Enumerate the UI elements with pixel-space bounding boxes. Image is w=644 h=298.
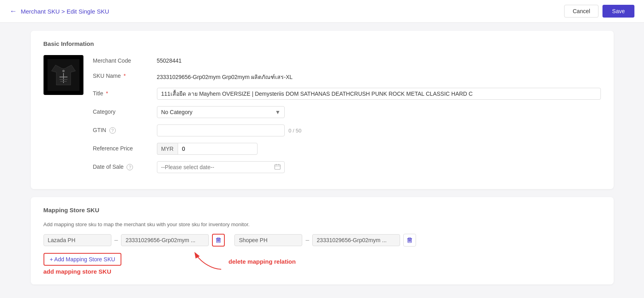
svg-rect-15 <box>408 239 409 242</box>
gtin-input-row: 0 / 50 <box>157 124 302 136</box>
header-actions: Cancel Save <box>564 5 634 18</box>
basic-info-layout: Merchant Code 55028441 SKU Name * 233310… <box>44 55 601 180</box>
merchant-code-value: 55028441 <box>157 55 601 64</box>
add-mapping-button[interactable]: + Add Mapping Store SKU <box>44 253 122 266</box>
form-fields: Merchant Code 55028441 SKU Name * 233310… <box>93 55 601 180</box>
svg-rect-10 <box>217 239 218 242</box>
mapping-store-1[interactable] <box>44 234 111 246</box>
merchant-code-row: Merchant Code 55028441 <box>93 55 601 64</box>
date-of-sale-row: Date of Sale ? <box>93 161 601 173</box>
mapping-description: Add mapping store sku to map the merchan… <box>44 221 601 227</box>
mapping-section: Mapping Store SKU Add mapping store sku … <box>31 197 614 284</box>
add-mapping-area: + Add Mapping Store SKU add mapping stor… <box>44 251 122 275</box>
delete-arrow-icon <box>193 251 225 271</box>
delete-annotation-area: delete mapping relation <box>193 235 295 271</box>
mapping-title: Mapping Store SKU <box>44 207 601 213</box>
svg-rect-4 <box>59 79 67 80</box>
gtin-label: GTIN ? <box>93 124 157 134</box>
category-row: Category No Category ▼ <box>93 106 601 118</box>
gtin-input[interactable] <box>157 124 285 136</box>
title-input[interactable] <box>157 88 601 100</box>
gtin-counter: 0 / 50 <box>289 128 302 134</box>
breadcrumb: Merchant SKU > Edit Single SKU <box>21 8 109 15</box>
cancel-button[interactable]: Cancel <box>564 5 598 18</box>
svg-rect-17 <box>410 239 411 242</box>
reference-price-row: Reference Price MYR <box>93 143 601 155</box>
header-left: ← Merchant SKU > Edit Single SKU <box>10 7 109 16</box>
date-input[interactable] <box>157 161 285 173</box>
sku-name-required: * <box>123 73 125 79</box>
gtin-help-icon[interactable]: ? <box>109 127 116 134</box>
title-required: * <box>106 90 108 97</box>
category-label: Category <box>93 106 157 115</box>
basic-info-section: Basic Information <box>31 31 614 189</box>
sku-name-value: 23331029656-Grp02mym Grp02mym ผลิตภัณฑ์เ… <box>157 70 601 81</box>
back-button[interactable]: ← <box>10 7 17 16</box>
mapping-sku-2[interactable] <box>312 234 400 246</box>
mapping-dash-1: – <box>115 237 118 244</box>
basic-info-title: Basic Information <box>44 40 601 47</box>
delete-mapping-button-2[interactable] <box>403 234 416 247</box>
title-label: Title * <box>93 88 157 97</box>
delete-mapping-button-1[interactable] <box>212 234 225 247</box>
svg-rect-12 <box>219 239 220 242</box>
currency-prefix: MYR <box>157 143 178 155</box>
svg-point-3 <box>62 70 65 72</box>
date-input-wrap <box>157 161 285 173</box>
mapping-dash-2: – <box>305 237 309 244</box>
sku-name-row: SKU Name * 23331029656-Grp02mym Grp02mym… <box>93 70 601 81</box>
svg-rect-16 <box>410 239 410 242</box>
gtin-row: GTIN ? 0 / 50 <box>93 124 601 136</box>
title-row: Title * <box>93 88 601 100</box>
save-button[interactable]: Save <box>602 5 634 18</box>
category-select-wrap: No Category ▼ <box>157 106 285 118</box>
svg-rect-5 <box>60 81 67 82</box>
svg-rect-11 <box>218 239 219 242</box>
date-help-icon[interactable]: ? <box>127 164 133 170</box>
add-annotation-text: add mapping store SKU <box>44 268 122 275</box>
main-content: Basic Information <box>15 23 630 298</box>
reference-price-label: Reference Price <box>93 143 157 152</box>
date-of-sale-label: Date of Sale ? <box>93 161 157 170</box>
header-bar: ← Merchant SKU > Edit Single SKU Cancel … <box>0 0 644 23</box>
category-select[interactable]: No Category <box>157 106 285 118</box>
price-input-row: MYR <box>157 143 258 155</box>
price-input[interactable] <box>178 143 258 155</box>
merchant-code-label: Merchant Code <box>93 55 157 64</box>
product-image <box>44 55 83 95</box>
sku-name-label: SKU Name * <box>93 70 157 79</box>
delete-annotation-text: delete mapping relation <box>228 258 295 265</box>
